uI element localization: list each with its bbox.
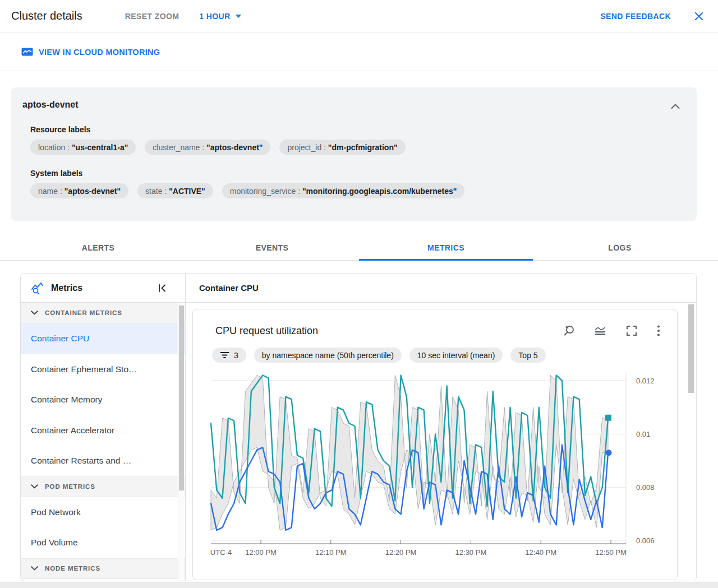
chart-card: CPU request utilization [192, 309, 678, 580]
chip-value: "monitoring.googleapis.com/kubernetes" [302, 187, 457, 196]
chart-title: CPU request utilization [215, 325, 318, 337]
close-button[interactable] [693, 11, 705, 22]
main-scrollbar-thumb[interactable] [688, 304, 694, 393]
resource-labels-title: Resource labels [30, 125, 685, 134]
more-vert-icon [657, 325, 660, 337]
cluster-name: aptos-devnet [22, 100, 79, 110]
metrics-sidebar: Metrics CONTAINER METRICS Container CPU … [21, 274, 186, 581]
legend-toggle-icon [594, 325, 606, 337]
sidebar-item-container-restarts[interactable]: Container Restarts and … [21, 446, 185, 476]
groupby-chip[interactable]: by namespace name (50th percentile) [254, 348, 402, 363]
sidebar-scrollbar-thumb[interactable] [179, 305, 184, 490]
chevron-down-icon [31, 484, 38, 489]
chevron-down-icon [31, 311, 38, 315]
chart-filter-chips: 3 by namespace name (50th percentile) 10… [212, 348, 677, 363]
fullscreen-button[interactable] [625, 325, 638, 337]
close-icon [693, 11, 705, 22]
x-axis-tick-label: 12:00 PM [245, 548, 277, 557]
time-range-label: 1 HOUR [199, 12, 230, 21]
chip-separator: : [321, 143, 328, 152]
chevron-down-icon [31, 566, 38, 571]
chip-value: "ACTIVE" [169, 187, 205, 196]
label-chip-location: location : "us-central1-a" [30, 140, 136, 155]
collapse-card-button[interactable] [671, 101, 680, 111]
minmax-band [211, 375, 608, 530]
x-axis-tick-label: 12:10 PM [315, 548, 347, 557]
cpu-utilization-chart[interactable]: 0.0120.010.0080.006UTC-412:00 PM12:10 PM… [193, 365, 677, 567]
tab-alerts[interactable]: ALERTS [11, 235, 185, 260]
legend-toggle-button[interactable] [594, 325, 606, 337]
view-in-cloud-monitoring-link[interactable]: VIEW IN CLOUD MONITORING [21, 47, 160, 57]
series-end-marker-square [605, 415, 611, 421]
zoom-button[interactable] [563, 325, 575, 337]
send-feedback-button[interactable]: SEND FEEDBACK [600, 12, 671, 21]
chip-separator: : [65, 143, 72, 152]
sidebar-title: Metrics [51, 283, 82, 293]
chip-separator: : [296, 187, 302, 196]
sidebar-item-pod-volume[interactable]: Pod Volume [21, 527, 185, 558]
section-node-metrics[interactable]: NODE METRICS [21, 558, 185, 579]
sidebar-item-container-cpu[interactable]: Container CPU [21, 323, 185, 354]
chip-key: name [38, 187, 58, 196]
sidebar-item-container-accelerator[interactable]: Container Accelerator [21, 415, 185, 446]
chip-separator: : [162, 187, 169, 196]
chip-value: "us-central1-a" [72, 143, 128, 152]
label-chip-cluster-name: cluster_name : "aptos-devnet" [145, 140, 270, 155]
x-axis-tick-label: 12:20 PM [385, 548, 417, 557]
monitoring-chart-icon [21, 47, 33, 57]
main-scrollbar [688, 303, 694, 581]
sidebar-item-container-ephemeral-storage[interactable]: Container Ephemeral Sto… [21, 354, 185, 385]
section-label: POD METRICS [45, 483, 95, 490]
tab-logs[interactable]: LOGS [533, 235, 707, 260]
chip-value: "dm-pcfmigration" [328, 143, 398, 152]
reset-zoom-button[interactable]: RESET ZOOM [125, 12, 180, 21]
y-axis-tick-label: 0.006 [636, 536, 655, 545]
top-bar: Cluster details RESET ZOOM 1 HOUR SEND F… [0, 0, 718, 33]
section-pod-metrics[interactable]: POD METRICS [21, 476, 185, 497]
chip-key: state [145, 187, 162, 196]
filter-count: 3 [234, 351, 238, 360]
timezone-label: UTC-4 [210, 548, 232, 557]
interval-chip[interactable]: 10 sec interval (mean) [409, 348, 503, 363]
filter-icon [220, 351, 229, 359]
tab-events[interactable]: EVENTS [185, 235, 359, 260]
horizontal-scrollbar-track[interactable] [0, 582, 718, 588]
zoom-icon [563, 325, 575, 337]
tab-bar: ALERTS EVENTS METRICS LOGS [0, 235, 718, 261]
chip-value: "aptos-devnet" [206, 143, 263, 152]
top5-chip[interactable]: Top 5 [510, 348, 545, 363]
section-label: CONTAINER METRICS [45, 309, 122, 316]
x-axis-tick-label: 12:30 PM [455, 548, 487, 557]
x-axis-tick-label: 12:50 PM [595, 548, 627, 557]
x-axis-tick-label: 12:40 PM [525, 548, 556, 557]
sidebar-header: Metrics [21, 274, 185, 303]
sidebar-item-pod-network[interactable]: Pod Network [21, 497, 185, 528]
chip-value: "aptos-devnet" [65, 187, 121, 196]
system-labels-row: name : "aptos-devnet" state : "ACTIVE" m… [30, 183, 685, 198]
chart-toolbar [563, 325, 660, 337]
chevron-up-icon [671, 103, 680, 109]
tab-metrics[interactable]: METRICS [359, 235, 533, 260]
sidebar-item-container-memory[interactable]: Container Memory [21, 385, 185, 415]
cluster-summary-card: aptos-devnet Resource labels location : … [11, 87, 697, 221]
label-chip-monitoring-service: monitoring_service : "monitoring.googlea… [222, 183, 465, 198]
metrics-main: Container CPU CPU request utilization [186, 274, 696, 581]
collapse-left-icon [157, 283, 167, 293]
chip-key: project_id [287, 143, 321, 152]
section-container-metrics[interactable]: CONTAINER METRICS [21, 303, 185, 323]
time-range-dropdown[interactable]: 1 HOUR [199, 12, 241, 21]
collapse-sidebar-button[interactable] [157, 283, 167, 293]
caret-down-icon [236, 15, 241, 18]
label-chip-name: name : "aptos-devnet" [30, 183, 128, 198]
filter-count-chip[interactable]: 3 [212, 348, 246, 363]
chip-separator: : [58, 187, 65, 196]
metrics-explorer-icon [30, 281, 44, 295]
chart-header: CPU request utilization [193, 309, 677, 337]
section-label: NODE METRICS [45, 565, 100, 572]
more-options-button[interactable] [657, 325, 660, 337]
monitoring-link-label: VIEW IN CLOUD MONITORING [39, 48, 160, 57]
chart-svg: 0.0120.010.0080.006UTC-412:00 PM12:10 PM… [193, 365, 677, 567]
page-title: Cluster details [11, 10, 82, 22]
series-end-marker-circle [606, 450, 612, 456]
sidebar-scrollbar [178, 303, 184, 581]
